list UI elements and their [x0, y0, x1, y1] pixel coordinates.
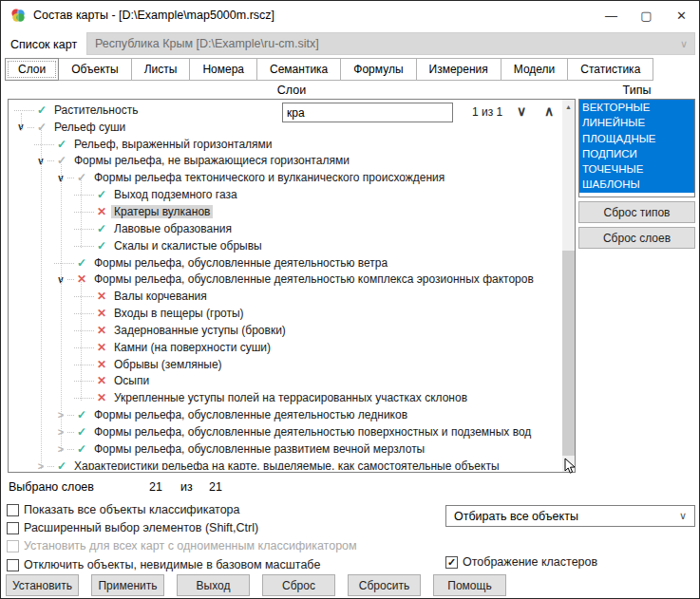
check-icon[interactable]: ✓	[74, 425, 89, 439]
tree-node[interactable]: ✕Обрывы (земляные)	[9, 356, 561, 373]
tree-node[interactable]: ✓Лавовые образования	[9, 220, 561, 237]
tree-node[interactable]: ✕Укрепленные уступы полей на террасирова…	[9, 389, 561, 406]
cross-icon[interactable]: ✕	[74, 272, 89, 286]
tree-node[interactable]: ✕Задернованные уступы (бровки)	[9, 322, 561, 339]
tree-node-label[interactable]: Кратеры вулканов	[111, 205, 213, 218]
type-list-item[interactable]: ШАБЛОНЫ	[579, 177, 694, 192]
tree-node-label[interactable]: Формы рельефа, обусловленные деятельност…	[91, 256, 390, 270]
check-icon[interactable]: ✓	[74, 408, 89, 421]
cross-icon[interactable]: ✕	[94, 307, 109, 320]
tree-node-label[interactable]: Скалы и скалистые обрывы	[111, 239, 265, 253]
cross-icon[interactable]: ✕	[94, 341, 109, 354]
tab-statistics[interactable]: Статистика	[568, 58, 653, 81]
reset-layers-button[interactable]: Сброс слоев	[578, 227, 695, 249]
tree-node-label[interactable]: Укрепленные уступы полей на террасирован…	[111, 391, 470, 404]
type-list-item[interactable]: ПЛОЩАДНЫЕ	[579, 131, 694, 146]
tree-node-label[interactable]: Формы рельефа, обусловленные деятельност…	[91, 408, 410, 421]
scroll-up-icon[interactable]: ▲	[562, 100, 575, 114]
maximize-button[interactable]: ▢	[629, 1, 664, 29]
tree-node[interactable]: >✓Формы рельефа, обусловленные деятельно…	[9, 406, 561, 423]
apply-button[interactable]: Применить	[91, 574, 164, 596]
tree-scrollbar[interactable]: ▲ ▼	[562, 100, 575, 472]
tree-node-label[interactable]: Формы рельефа, обусловленные деятельност…	[91, 425, 534, 439]
tree-node-label[interactable]: Формы рельефа, обусловленные развитием в…	[91, 442, 427, 456]
map-list-combobox[interactable]: Республика Крым [D:\Example\ru-cm.sitx] …	[86, 32, 695, 55]
cross-icon[interactable]: ✕	[94, 205, 109, 218]
tree-node-label[interactable]: Формы рельефа, обусловленные деятельност…	[91, 272, 537, 286]
type-list-item[interactable]: ПОДПИСИ	[579, 146, 694, 161]
exit-button[interactable]: Выход	[177, 574, 250, 596]
check-icon[interactable]: ✓	[54, 154, 69, 167]
tree-node-label[interactable]: Валы корчевания	[111, 290, 210, 303]
close-button[interactable]: ✕	[664, 1, 699, 29]
tree-node[interactable]: ∨✕Формы рельефа, обусловленные деятельно…	[9, 271, 561, 288]
tab-models[interactable]: Модели	[501, 58, 569, 81]
reset-types-button[interactable]: Сброс типов	[578, 201, 695, 223]
tree-node-label[interactable]: Рельеф суши	[51, 121, 128, 134]
tree-node-label[interactable]: Обрывы (земляные)	[111, 358, 225, 371]
tree-node[interactable]: ∨✓Формы рельефа тектонического и вулкани…	[9, 169, 561, 186]
tab-layers[interactable]: Слои	[5, 58, 59, 81]
tree-node[interactable]: ✓Выход подземного газа	[9, 186, 561, 203]
check-icon[interactable]: ✓	[34, 103, 49, 117]
tree-node[interactable]: >✓Характеристики рельефа на карте, выдел…	[9, 458, 561, 470]
check-icon[interactable]: ✓	[54, 459, 69, 470]
layer-search-input[interactable]	[282, 103, 453, 122]
extended-selection-checkbox[interactable]: Расширенный выбор элементов (Shift,Ctrl)	[7, 521, 258, 534]
tree-node[interactable]: >✓Формы рельефа, обусловленные деятельно…	[9, 423, 561, 440]
unchecked-checkbox-icon[interactable]	[7, 504, 19, 516]
unchecked-checkbox-icon[interactable]	[7, 522, 19, 534]
tree-node-label[interactable]: Формы рельефа тектонического и вулканиче…	[91, 171, 447, 184]
type-list-item[interactable]: ВЕКТОРНЫЕ	[579, 100, 694, 115]
check-icon[interactable]: ✓	[94, 239, 109, 253]
type-list-item[interactable]: ТОЧЕЧНЫЕ	[579, 161, 694, 177]
tree-node[interactable]: ∨✓Формы рельефа, не выражающиеся горизон…	[9, 153, 561, 170]
hide-invisible-objects-checkbox[interactable]: Отключить объекты, невидимые в базовом м…	[7, 558, 320, 571]
minimize-button[interactable]: —	[594, 1, 629, 29]
type-list-item[interactable]: ЛИНЕЙНЫЕ	[579, 115, 694, 130]
check-icon[interactable]: ✓	[74, 171, 89, 184]
tree-node[interactable]: ✕Камни (на поверхности суши)	[9, 339, 561, 356]
tree-node-label[interactable]: Формы рельефа, не выражающиеся горизонта…	[71, 154, 352, 167]
tab-objects[interactable]: Объекты	[59, 58, 132, 81]
tab-numbers[interactable]: Номера	[190, 58, 257, 81]
tab-measurements[interactable]: Измерения	[417, 58, 501, 81]
check-icon[interactable]: ✓	[54, 138, 69, 151]
tree-node[interactable]: ✕Входы в пещеры (гроты)	[9, 305, 561, 322]
tree-node-label[interactable]: Лавовые образования	[111, 222, 235, 235]
search-next-button[interactable]: ∨	[509, 102, 534, 121]
checked-checkbox-icon[interactable]: ✓	[445, 556, 458, 569]
tree-node-label[interactable]: Камни (на поверхности суши)	[111, 341, 274, 354]
tree-node[interactable]: ✕Валы корчевания	[9, 288, 561, 305]
tree-node-label[interactable]: Рельеф, выраженный горизонталями	[71, 138, 275, 151]
check-icon[interactable]: ✓	[74, 442, 89, 456]
tree-node[interactable]: ✓Рельеф, выраженный горизонталями	[9, 136, 561, 153]
cross-icon[interactable]: ✕	[94, 391, 109, 404]
tree-node-label[interactable]: Выход подземного газа	[111, 188, 240, 201]
tree-node-label[interactable]: Растительность	[51, 103, 141, 117]
reset-all-button[interactable]: Сбросить все	[348, 574, 421, 596]
check-icon[interactable]: ✓	[34, 121, 49, 134]
tree-node[interactable]: >✓Формы рельефа, обусловленные развитием…	[9, 440, 561, 458]
object-filter-dropdown[interactable]: Отбирать все объекты ∨	[445, 505, 695, 527]
cross-icon[interactable]: ✕	[94, 358, 109, 371]
tree-node[interactable]: ✕Осыпи	[9, 373, 561, 390]
tree-node-label[interactable]: Входы в пещеры (гроты)	[111, 307, 247, 320]
tab-semantics[interactable]: Семантика	[257, 58, 341, 81]
tree-node[interactable]: ✓Скалы и скалистые обрывы	[9, 237, 561, 254]
tree-node-label[interactable]: Характеристики рельефа на карте, выделяе…	[71, 459, 502, 470]
check-icon[interactable]: ✓	[94, 188, 109, 201]
search-prev-button[interactable]: ∧	[537, 102, 561, 121]
tree-node[interactable]: ✕Кратеры вулканов	[9, 203, 561, 220]
types-listbox[interactable]: ВЕКТОРНЫЕЛИНЕЙНЫЕПЛОЩАДНЫЕПОДПИСИТОЧЕЧНЫ…	[578, 99, 695, 197]
scrollbar-thumb[interactable]	[562, 251, 575, 456]
set-button[interactable]: Установить	[6, 574, 79, 596]
cross-icon[interactable]: ✕	[94, 374, 109, 387]
cross-icon[interactable]: ✕	[94, 324, 109, 337]
show-all-objects-checkbox[interactable]: Показать все объекты классификатора	[7, 503, 240, 516]
tab-sheets[interactable]: Листы	[132, 58, 191, 81]
help-button[interactable]: Помощь	[433, 574, 506, 596]
cross-icon[interactable]: ✕	[94, 290, 109, 303]
clusters-checkbox-row[interactable]: ✓ Отображение кластеров	[445, 555, 597, 569]
check-icon[interactable]: ✓	[74, 256, 89, 270]
